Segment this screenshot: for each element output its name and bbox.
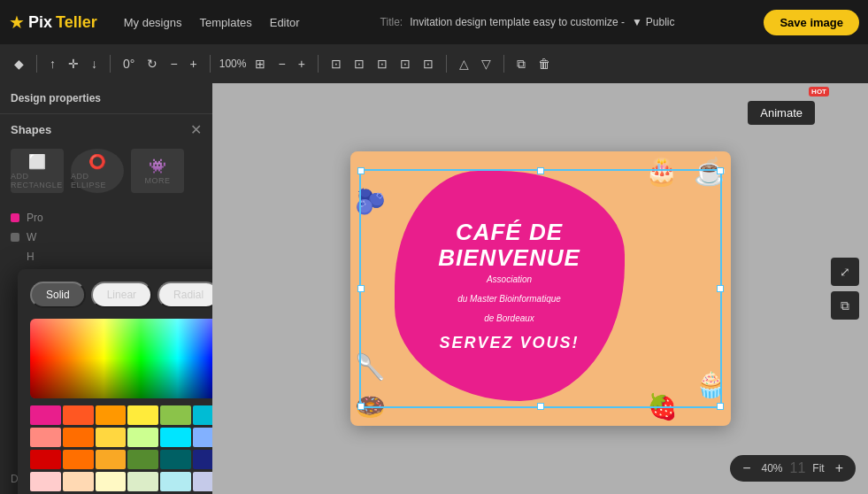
- pro-color-dot: [11, 213, 19, 222]
- linear-tab[interactable]: Linear: [91, 282, 152, 308]
- logo-pix: Pix: [28, 13, 52, 32]
- servez-text: SERVEZ VOUS!: [439, 334, 579, 352]
- sidebar-item-pro[interactable]: Pro: [11, 209, 202, 227]
- handle-bottom-right[interactable]: [717, 403, 724, 410]
- rectangle-shape-icon: ⬜ ADD RECTANGLE: [11, 149, 64, 193]
- swatch[interactable]: [193, 450, 212, 469]
- move-up-icon[interactable]: ↑: [46, 54, 59, 73]
- grid-icon[interactable]: ⊞: [251, 54, 269, 73]
- zoom-fit-button[interactable]: Fit: [812, 462, 824, 475]
- swatch[interactable]: [193, 472, 212, 491]
- zoom-percent-value: 40%: [761, 462, 782, 475]
- swatch[interactable]: [96, 428, 127, 447]
- align-top-icon[interactable]: ⊡: [396, 54, 414, 73]
- align-left-icon[interactable]: ⊡: [327, 54, 345, 73]
- main-area: Design properties Shapes ✕ ⬜ ADD RECTANG…: [0, 83, 868, 494]
- swatch[interactable]: [96, 405, 127, 425]
- diamond-icon[interactable]: ◆: [11, 54, 27, 73]
- handle-middle-left[interactable]: [357, 285, 365, 292]
- nav-templates[interactable]: Templates: [199, 16, 251, 29]
- rotate-label: 0°: [119, 54, 138, 73]
- zoom-out-button[interactable]: −: [739, 459, 754, 478]
- toolbar-separator-6: [503, 55, 504, 73]
- swatch[interactable]: [63, 428, 94, 447]
- animate-button[interactable]: Animate: [748, 101, 815, 125]
- swatch[interactable]: [160, 428, 191, 447]
- copy-icon[interactable]: ⧉: [513, 54, 529, 74]
- handle-bottom-center[interactable]: [537, 403, 544, 410]
- handle-top-left[interactable]: [357, 167, 365, 174]
- resize-icon-button[interactable]: ⤢: [831, 258, 859, 286]
- add-ellipse-button[interactable]: ⭕ ADD ELLIPSE: [71, 149, 124, 193]
- align-center-icon[interactable]: ⊡: [350, 54, 368, 73]
- align-bottom-icon[interactable]: ⊡: [419, 54, 437, 73]
- food-decoration-strawberry: 🍓: [647, 392, 678, 421]
- nav-editor[interactable]: Editor: [270, 16, 300, 29]
- ellipse-icon: ⭕: [88, 153, 106, 170]
- swatch[interactable]: [127, 428, 158, 447]
- trash-icon[interactable]: 🗑: [534, 54, 554, 73]
- w-label: W: [27, 231, 36, 243]
- minus2-icon[interactable]: −: [274, 54, 288, 73]
- handle-top-center[interactable]: [537, 167, 544, 174]
- flip-v-icon[interactable]: ▽: [478, 54, 495, 73]
- swatch[interactable]: [127, 405, 158, 425]
- copy-icon-button[interactable]: ⧉: [831, 291, 859, 320]
- logo-star-icon: ★: [9, 12, 25, 33]
- toolbar-separator-4: [318, 55, 319, 73]
- swatch[interactable]: [30, 450, 61, 469]
- palette-row-1: [30, 405, 212, 425]
- color-picker-popup: Solid Linear Radial ✕: [18, 269, 212, 494]
- swatch[interactable]: [193, 428, 212, 447]
- cafe-title-line2: BIENVENUE: [438, 245, 580, 271]
- add-rectangle-button[interactable]: ⬜ ADD RECTANGLE: [11, 149, 64, 193]
- sidebar-item-w[interactable]: W: [11, 228, 202, 246]
- shapes-close-icon[interactable]: ✕: [190, 121, 202, 138]
- solid-tab[interactable]: Solid: [30, 282, 86, 308]
- plus2-icon[interactable]: +: [295, 54, 309, 73]
- assoc-text-line1: Association: [487, 274, 532, 286]
- color-picker-header: Solid Linear Radial ✕: [30, 282, 212, 308]
- swatch[interactable]: [30, 405, 61, 425]
- swatch[interactable]: [127, 450, 158, 469]
- swatch[interactable]: [160, 450, 191, 469]
- logo[interactable]: ★ PixTeller: [9, 12, 97, 33]
- food-decoration-spoon: 🥄: [355, 352, 386, 382]
- add-more-button[interactable]: 👾 MORE: [131, 149, 184, 193]
- radial-tab[interactable]: Radial: [157, 282, 212, 308]
- swatch[interactable]: [30, 472, 61, 491]
- sidebar-item-h[interactable]: H: [11, 248, 202, 266]
- shapes-grid: ⬜ ADD RECTANGLE ⭕ ADD ELLIPSE 👾 MORE: [0, 145, 212, 202]
- handle-middle-right[interactable]: [717, 285, 724, 292]
- swatch[interactable]: [96, 472, 127, 491]
- w-color-dot: [11, 233, 19, 242]
- color-palette: [30, 405, 212, 494]
- plus-icon[interactable]: +: [187, 54, 201, 73]
- swatch[interactable]: [160, 472, 191, 491]
- ellipse-shape-icon: ⭕ ADD ELLIPSE: [71, 149, 124, 193]
- swatch[interactable]: [63, 472, 94, 491]
- swatch[interactable]: [63, 405, 94, 425]
- swatch[interactable]: [30, 428, 61, 447]
- rotate-icon[interactable]: ↻: [143, 54, 161, 73]
- swatch[interactable]: [96, 450, 127, 469]
- swatch[interactable]: [160, 405, 191, 425]
- zoom-separator: 11: [790, 460, 806, 476]
- right-action-icons: ⤢ ⧉: [831, 258, 859, 320]
- color-spectrum[interactable]: [30, 319, 212, 398]
- food-decoration-cake: 🎂: [645, 156, 678, 187]
- zoom-in-button[interactable]: +: [832, 459, 847, 478]
- move-down-icon[interactable]: ↓: [88, 54, 101, 73]
- flip-h-icon[interactable]: △: [456, 54, 472, 73]
- swatch[interactable]: [127, 472, 158, 491]
- swatch[interactable]: [193, 405, 212, 425]
- minus-icon[interactable]: −: [166, 54, 181, 73]
- design-canvas: 🎂 ☕ 🧁 🍓 🍩 🫐 🥄 CAFÉ DE BIENVENUE Associat…: [350, 151, 731, 426]
- move-icon[interactable]: ✛: [65, 54, 82, 73]
- swatch[interactable]: [63, 450, 94, 469]
- public-button[interactable]: ▼ Public: [632, 16, 675, 28]
- save-image-button[interactable]: Save image: [764, 10, 859, 35]
- top-navigation: ★ PixTeller My designs Templates Editor …: [0, 0, 868, 44]
- nav-my-designs[interactable]: My designs: [124, 16, 182, 29]
- align-right-icon[interactable]: ⊡: [373, 54, 391, 73]
